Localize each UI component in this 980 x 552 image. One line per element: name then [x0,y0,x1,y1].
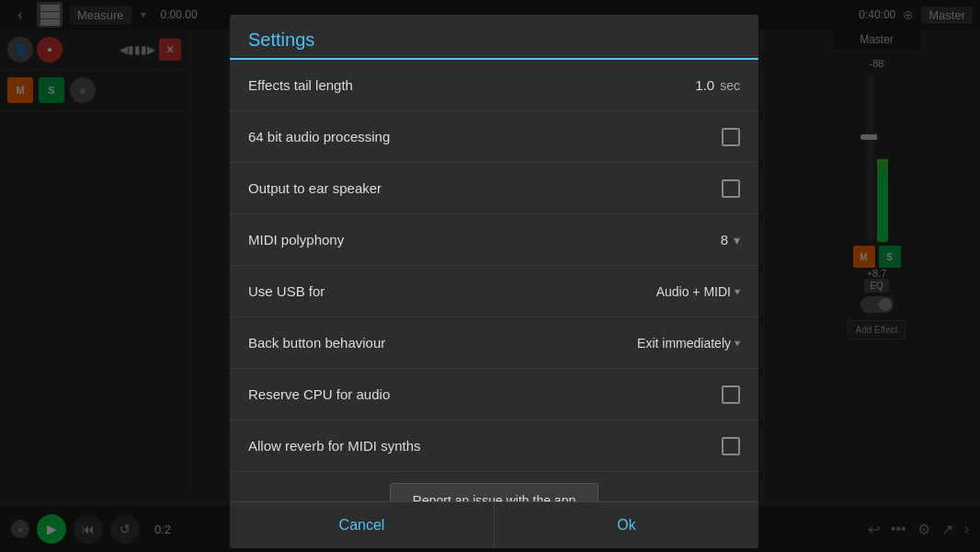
usb-value: Audio + MIDI [656,284,731,299]
midi-polyphony-label: MIDI polyphony [248,232,344,247]
back-button-chevron: ▾ [735,337,740,350]
cancel-button[interactable]: Cancel [230,502,495,548]
report-issue-button[interactable]: Report an issue with the app [390,483,598,501]
reserve-cpu-label: Reserve CPU for audio [248,386,390,402]
ok-button[interactable]: Ok [495,502,758,548]
back-button-dropdown[interactable]: Exit immediately ▾ [637,336,740,351]
setting-reverb: Allow reverb for MIDI synths [230,420,758,472]
dialog-title: Settings [230,15,758,60]
effects-tail-unit: sec [720,78,740,93]
setting-usb: Use USB for Audio + MIDI ▾ [230,266,758,317]
midi-polyphony-number: 8 [721,232,728,247]
reserve-cpu-checkbox[interactable] [722,385,740,404]
setting-reserve-cpu: Reserve CPU for audio [230,369,758,420]
setting-ear-speaker: Output to ear speaker [230,163,758,214]
back-button-value: Exit immediately [637,336,731,351]
reverb-checkbox[interactable] [722,437,740,455]
back-button-label: Back button behaviour [248,335,385,351]
setting-back-button: Back button behaviour Exit immediately ▾ [230,317,758,369]
setting-effects-tail: Effects tail length 1.0 sec [230,60,758,111]
usb-label: Use USB for [248,283,325,299]
usb-dropdown[interactable]: Audio + MIDI ▾ [656,284,740,299]
setting-midi-polyphony: MIDI polyphony 8 ▾ [230,214,758,266]
usb-chevron: ▾ [735,285,740,298]
effects-tail-value: 1.0 sec [695,77,740,93]
ear-speaker-checkbox[interactable] [722,179,740,198]
midi-polyphony-value: 8 ▾ [721,232,740,247]
effects-tail-label: Effects tail length [248,77,353,93]
ear-speaker-label: Output to ear speaker [248,180,382,196]
reverb-label: Allow reverb for MIDI synths [248,438,421,454]
dialog-actions: Cancel Ok [230,501,758,548]
64bit-label: 64 bit audio processing [248,129,390,144]
dialog-content: Effects tail length 1.0 sec 64 bit audio… [230,60,758,501]
effects-tail-number: 1.0 [695,77,714,93]
spinner-chevron[interactable]: ▾ [734,233,740,247]
settings-dialog: Settings Effects tail length 1.0 sec 64 … [230,15,758,548]
setting-64bit: 64 bit audio processing [230,111,758,163]
64bit-checkbox[interactable] [722,128,740,146]
